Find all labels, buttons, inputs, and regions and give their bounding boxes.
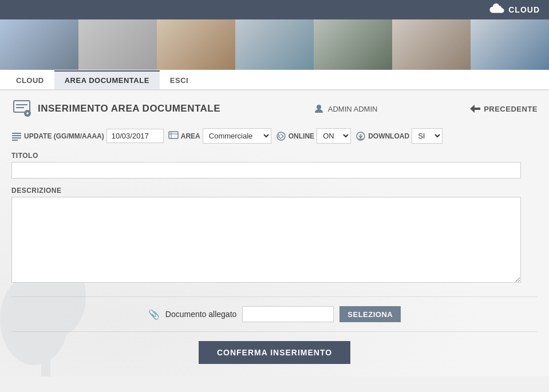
seleziona-button[interactable]: SELEZIONA [339,306,401,322]
download-label: DOWNLOAD [368,132,409,140]
titolo-input[interactable] [11,162,521,179]
page-title-area: INSERIMENTO AREA DOCUMENTALE [11,98,220,119]
update-date-input[interactable] [106,129,164,143]
download-icon [356,131,366,141]
page-title-icon [11,98,32,119]
svg-rect-13 [12,135,21,136]
top-bar: CLOUD [0,0,549,19]
confirm-section: CONFERMA INSERIMENTO [11,341,538,364]
confirm-button[interactable]: CONFERMA INSERIMENTO [199,341,350,364]
user-label: ADMIN ADMIN [328,105,378,113]
online-select[interactable]: ON OFF [317,128,351,144]
update-group: UPDATE (gg/mm/aaaa) [11,129,164,143]
allegato-input[interactable] [242,306,334,322]
header-photo-2 [78,19,157,70]
svg-rect-15 [12,140,18,141]
area-label: AREA [181,132,200,140]
header-photo-5 [314,19,392,70]
cloud-nav-area[interactable]: CLOUD [489,3,540,16]
descrizione-label: DESCRIZIONE [11,187,538,195]
nav-bar: CLOUD AREA DOCUMENTALE ESCI [0,70,549,90]
area-icon [168,131,179,141]
tab-area-documentale[interactable]: AREA DOCUMENTALE [54,70,160,89]
cloud-icon [489,3,505,16]
back-arrow-icon [470,105,480,113]
online-label: ONLINE [289,132,314,140]
paperclip-icon: 📎 [148,309,160,320]
user-icon [313,103,325,114]
download-group: DOWNLOAD SI NO [356,128,443,144]
section-divider [11,296,538,297]
list-icon [11,131,22,141]
descrizione-textarea[interactable] [11,197,521,283]
tab-esci[interactable]: ESCI [160,72,199,89]
page-title: INSERIMENTO AREA DOCUMENTALE [38,103,220,114]
tab-cloud[interactable]: CLOUD [6,72,54,89]
svg-rect-16 [169,132,178,138]
form-section: TITOLO DESCRIZIONE [11,152,538,293]
svg-rect-14 [12,137,21,138]
header-photo-3 [157,19,235,70]
header-photo-4 [235,19,314,70]
cloud-label: CLOUD [508,5,540,14]
download-select[interactable]: SI NO [412,128,443,144]
allegato-section: 📎 Documento allegato SELEZIONA [11,306,538,322]
allegato-label: Documento allegato [165,310,237,319]
page-header: INSERIMENTO AREA DOCUMENTALE ADMIN ADMIN… [11,98,538,119]
online-group: ONLINE ON OFF [276,128,351,144]
online-icon [276,131,286,141]
area-group: AREA Commerciale Tecnica Amministrativa … [168,128,271,144]
user-area: ADMIN ADMIN [313,103,378,114]
update-label: UPDATE (gg/mm/aaaa) [24,132,104,140]
section-divider-2 [11,331,538,332]
svg-point-10 [317,105,321,109]
header-photo-6 [392,19,471,70]
back-button[interactable]: PRECEDENTE [470,105,538,113]
area-select[interactable]: Commerciale Tecnica Amministrativa Gener… [203,128,271,144]
toolbar-row: UPDATE (gg/mm/aaaa) AREA Commerciale Tec… [11,128,538,144]
header-photo-7 [471,19,549,70]
header-strip [0,19,549,70]
main-content: INSERIMENTO AREA DOCUMENTALE ADMIN ADMIN… [0,90,549,377]
svg-marker-11 [470,105,480,113]
header-photo-1 [0,19,78,70]
svg-rect-12 [12,133,21,134]
titolo-label: TITOLO [11,152,538,160]
